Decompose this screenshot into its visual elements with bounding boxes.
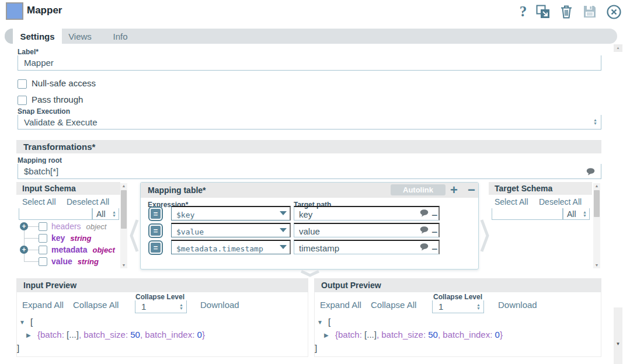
- target-schema-filter-input[interactable]: [492, 208, 563, 220]
- expression-dropdown-icon[interactable]: [280, 211, 287, 215]
- label-input[interactable]: [18, 55, 601, 71]
- expression-input[interactable]: [171, 206, 291, 220]
- expression-dropdown-icon[interactable]: [280, 228, 287, 232]
- output-collapse-level-label: Collapse Level: [433, 293, 482, 301]
- autolink-button[interactable]: Autolink: [391, 184, 446, 195]
- expand-down-chevron-icon[interactable]: [299, 270, 321, 277]
- scroll-down-icon[interactable]: ▼: [120, 262, 127, 268]
- output-preview-download[interactable]: Download: [498, 300, 537, 310]
- snap-execution-spinner[interactable]: [592, 117, 598, 127]
- page-scroll-up-button[interactable]: [614, 44, 622, 52]
- tree-checkbox-value[interactable]: [39, 257, 47, 266]
- scroll-up-icon[interactable]: ▲: [120, 183, 127, 189]
- tab-views[interactable]: Views: [62, 29, 98, 44]
- tree-checkbox-key[interactable]: [39, 234, 47, 243]
- collapse-node-icon[interactable]: [317, 319, 323, 326]
- collapse-left-chevron-icon[interactable]: [130, 218, 139, 253]
- tree-branch-line: [24, 261, 39, 262]
- comment-icon[interactable]: [586, 168, 595, 176]
- output-preview-expand-all[interactable]: Expand All: [320, 300, 361, 310]
- expression-dropdown-icon[interactable]: [280, 245, 287, 249]
- expand-node-icon[interactable]: [20, 222, 28, 230]
- tree-row-headers[interactable]: headersobject: [51, 222, 120, 231]
- collapse-right-chevron-icon[interactable]: [480, 218, 489, 253]
- input-schema-deselect-all[interactable]: Deselect All: [67, 197, 109, 206]
- trash-icon[interactable]: [558, 4, 575, 20]
- expression-toggle-button[interactable]: [148, 240, 163, 255]
- input-collapse-level-spinner[interactable]: [178, 302, 185, 312]
- input-schema-scrollbar[interactable]: ▲ ▼: [120, 183, 127, 268]
- output-collapse-level-spinner[interactable]: [475, 302, 482, 312]
- snap-execution-select[interactable]: Validate & Execute: [18, 115, 601, 130]
- export-icon[interactable]: [535, 4, 551, 20]
- mapping-table-header: Mapping table* Autolink + −: [141, 183, 478, 198]
- input-schema-scope-spinner[interactable]: [111, 209, 117, 218]
- comment-icon[interactable]: [420, 209, 429, 217]
- input-collapse-level-field[interactable]: 1: [135, 300, 187, 313]
- json-line[interactable]: {batch: [...], batch_size: 50, batch_ind…: [335, 330, 503, 340]
- mapping-root-label: Mapping root: [18, 156, 62, 164]
- comment-icon[interactable]: [420, 226, 429, 234]
- scroll-up-icon[interactable]: ▲: [593, 183, 600, 189]
- input-schema-select-all[interactable]: Select All: [22, 197, 56, 206]
- target-path-input[interactable]: [294, 206, 440, 220]
- expression-input[interactable]: [171, 240, 291, 254]
- json-open-bracket: [: [30, 317, 33, 327]
- transformations-section-header: Transformations*: [16, 140, 601, 153]
- input-schema-filter-input[interactable]: [19, 208, 92, 220]
- save-icon[interactable]: [582, 4, 598, 20]
- delete-row-icon[interactable]: [431, 227, 438, 237]
- tree-checkbox-metadata[interactable]: [39, 246, 47, 254]
- add-row-button[interactable]: +: [450, 183, 458, 198]
- target-path-input[interactable]: [294, 240, 440, 254]
- target-schema-scope-spinner[interactable]: [582, 209, 588, 218]
- tree-trunk-line: [24, 226, 25, 261]
- mapping-root-field[interactable]: $batch[*]: [18, 164, 601, 179]
- output-collapse-level-field[interactable]: 1: [432, 300, 484, 313]
- mapper-dialog: Mapper ? S: [0, 0, 623, 364]
- expression-input[interactable]: [171, 223, 291, 237]
- help-icon[interactable]: ?: [515, 4, 531, 20]
- page-scroll-down-icon[interactable]: [614, 341, 622, 348]
- input-preview-header: Input Preview: [16, 278, 308, 292]
- tree-row-value[interactable]: valuestring: [51, 257, 120, 266]
- pass-through-checkbox[interactable]: [18, 96, 27, 105]
- expression-toggle-button[interactable]: [148, 206, 163, 221]
- remove-row-button[interactable]: −: [468, 183, 475, 198]
- tree-row-key[interactable]: keystring: [51, 233, 120, 243]
- mapping-table-title: Mapping table*: [148, 186, 206, 195]
- mapping-table-panel: Mapping table* Autolink + − Expression* …: [140, 182, 479, 270]
- input-preview-expand-all[interactable]: Expand All: [22, 300, 64, 310]
- expand-node-icon[interactable]: [324, 332, 329, 338]
- close-icon[interactable]: [605, 4, 622, 20]
- target-schema-scrollbar[interactable]: ▲ ▼: [593, 183, 600, 268]
- output-preview-collapse-all[interactable]: Collapse All: [371, 300, 416, 310]
- input-schema-scope-select[interactable]: All: [92, 208, 119, 220]
- target-schema-select-all[interactable]: Select All: [495, 197, 528, 206]
- target-schema-panel: Target Schema Select All Deselect All Al…: [489, 182, 604, 270]
- scroll-down-icon[interactable]: ▼: [593, 262, 600, 268]
- delete-row-icon[interactable]: [431, 210, 438, 220]
- null-safe-checkbox[interactable]: [18, 79, 27, 89]
- target-schema-title: Target Schema: [489, 182, 592, 195]
- expression-toggle-button[interactable]: [148, 223, 163, 238]
- page-scrollbar-track[interactable]: [614, 307, 622, 364]
- target-schema-deselect-all[interactable]: Deselect All: [539, 197, 582, 206]
- scrollbar-thumb[interactable]: [594, 190, 600, 217]
- delete-row-icon[interactable]: [431, 244, 438, 254]
- target-schema-scope-select[interactable]: All: [563, 208, 590, 220]
- expand-node-icon[interactable]: [20, 246, 28, 254]
- null-safe-label: Null-safe access: [32, 78, 96, 88]
- comment-icon[interactable]: [420, 243, 429, 251]
- json-line[interactable]: {batch: [...], batch_size: 50, batch_ind…: [37, 330, 205, 340]
- tree-row-metadata[interactable]: metadataobject: [51, 245, 120, 254]
- expand-node-icon[interactable]: [26, 332, 31, 338]
- input-preview-collapse-all[interactable]: Collapse All: [73, 300, 119, 310]
- input-preview-download[interactable]: Download: [200, 300, 239, 310]
- tab-settings[interactable]: Settings: [13, 29, 62, 44]
- target-path-input[interactable]: [294, 223, 440, 237]
- scrollbar-thumb[interactable]: [121, 190, 127, 229]
- collapse-node-icon[interactable]: [19, 319, 25, 326]
- tree-checkbox-headers[interactable]: [39, 222, 47, 231]
- tab-info[interactable]: Info: [105, 29, 135, 44]
